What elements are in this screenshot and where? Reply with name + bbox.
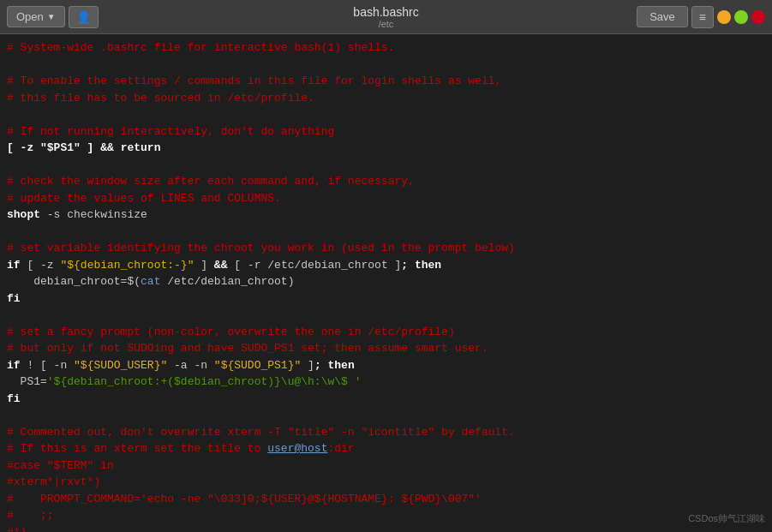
titlebar: Open ▼ 👤 bash.bashrc /etc Save ≡ — [0, 0, 772, 34]
watermark: CSDos帅气江湖味 — [688, 512, 765, 525]
code-content: # System-wide .bashrc file for interacti… — [7, 39, 765, 532]
save-button[interactable]: Save — [637, 6, 688, 27]
close-button[interactable] — [751, 10, 765, 24]
menu-button[interactable]: ≡ — [691, 6, 714, 28]
minimize-button[interactable] — [717, 10, 731, 24]
title-sub: /etc — [353, 19, 418, 29]
editor[interactable]: # System-wide .bashrc file for interacti… — [0, 34, 772, 532]
titlebar-right: Save ≡ — [637, 6, 765, 28]
title-main: bash.bashrc — [353, 5, 418, 19]
titlebar-left: Open ▼ 👤 — [7, 6, 99, 28]
folder-icon-button[interactable]: 👤 — [69, 6, 99, 28]
open-label: Open — [16, 10, 44, 23]
maximize-button[interactable] — [734, 10, 748, 24]
open-button[interactable]: Open ▼ — [7, 6, 65, 27]
folder-icon: 👤 — [76, 10, 91, 24]
titlebar-center: bash.bashrc /etc — [353, 5, 418, 29]
open-caret-icon: ▼ — [47, 12, 56, 21]
